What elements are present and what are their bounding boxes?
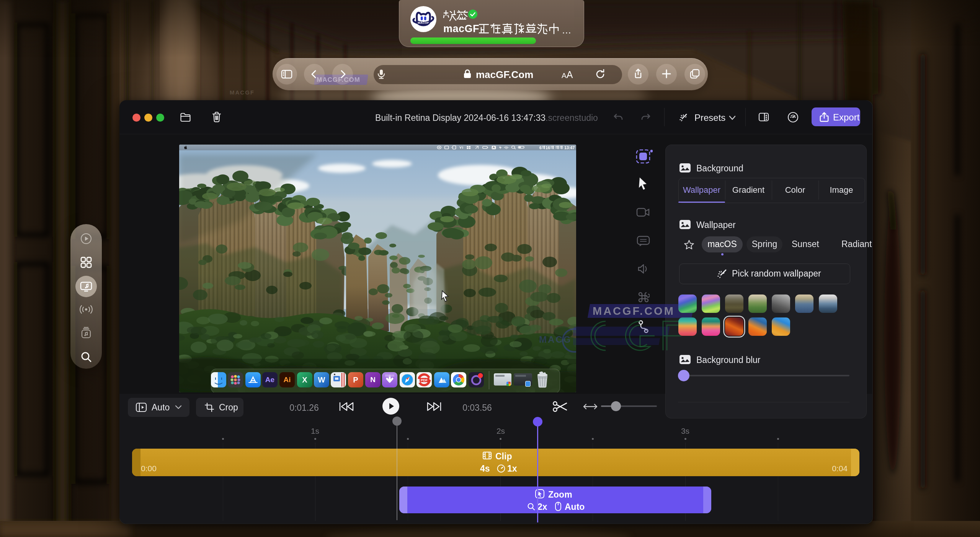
svg-text:Y!: Y! [459,146,464,150]
svg-text:A: A [493,146,495,149]
svg-text:MACGF: MACGF [418,21,429,24]
svg-text:PDF: PDF [421,378,428,382]
